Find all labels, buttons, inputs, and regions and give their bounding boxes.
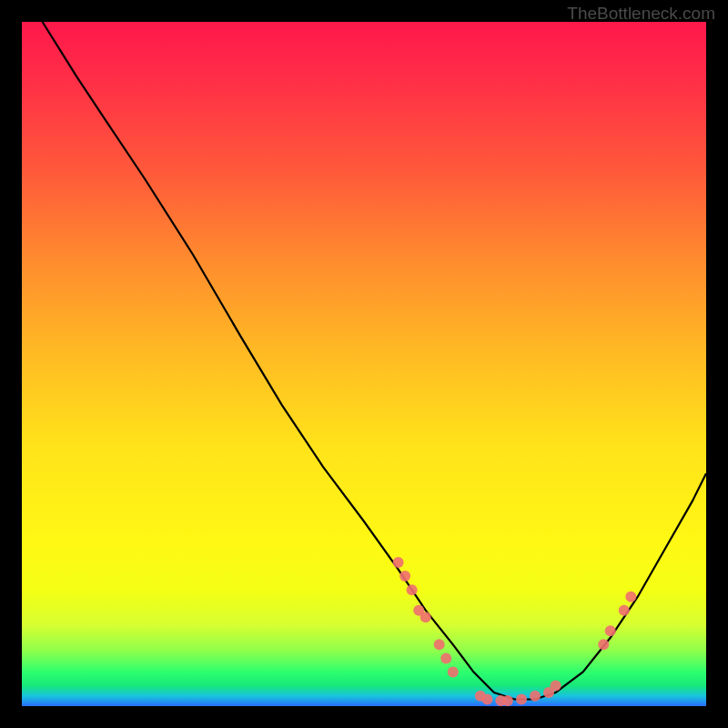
curve-marker (530, 691, 541, 702)
curve-marker (420, 612, 431, 622)
curve-marker (448, 666, 459, 677)
curve-marker (440, 652, 451, 663)
curve-marker (598, 639, 609, 650)
chart-svg (22, 22, 706, 706)
curve-marker (434, 639, 445, 650)
bottleneck-curve (43, 22, 706, 700)
curve-marker (393, 557, 404, 568)
curve-line (43, 22, 706, 700)
curve-marker (605, 625, 616, 636)
curve-marker (407, 584, 418, 595)
curve-marker (619, 605, 630, 616)
curve-marker (481, 694, 492, 705)
curve-marker (502, 695, 513, 706)
marker-group (393, 557, 637, 706)
curve-marker (516, 694, 527, 705)
watermark-text: TheBottleneck.com (567, 4, 715, 24)
curve-marker (625, 592, 636, 602)
curve-marker (551, 680, 561, 691)
chart-area (22, 22, 706, 706)
curve-marker (399, 571, 410, 581)
